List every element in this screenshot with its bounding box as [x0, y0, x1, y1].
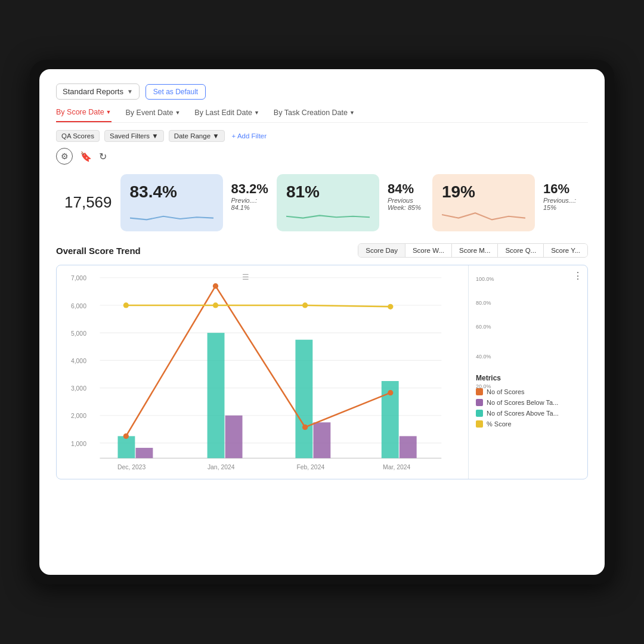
- standard-reports-dropdown[interactable]: Standard Reports ▼: [56, 83, 140, 100]
- stat-side-3: 16% Previous...: 15%: [535, 174, 588, 231]
- svg-rect-20: [136, 448, 153, 458]
- svg-rect-19: [117, 436, 135, 458]
- chart-right-panel: ⋮ 100.0% 80.0% 60.0% 40.0% 20.0% Metrics…: [468, 265, 587, 479]
- svg-point-32: [213, 302, 218, 308]
- stat-side2-val: 84%: [388, 181, 424, 197]
- mini-chart-3: [442, 206, 525, 223]
- mini-chart-1: [130, 206, 213, 223]
- legend-dot-orange: [476, 388, 483, 395]
- chart-tabs: Score Day Score W... Score M... Score Q.…: [358, 243, 588, 258]
- svg-point-33: [302, 302, 308, 308]
- svg-text:Feb, 2024: Feb, 2024: [296, 464, 324, 470]
- chart-header: Overall Score Trend Score Day Score W...…: [56, 243, 588, 258]
- svg-text:4,000: 4,000: [71, 358, 86, 364]
- stats-row: 17,569 83.4% 83.2% Previo...: 84.1% 81%: [56, 174, 588, 231]
- stat-prev1: Previo...: 84.1%: [231, 197, 268, 211]
- stat-card2-main: 81%: [286, 182, 370, 202]
- tab-by-task-creation-date[interactable]: By Task Creation Date ▼: [274, 108, 355, 122]
- outer-frame: Standard Reports ▼ Set as Default By Sco…: [30, 60, 614, 584]
- svg-rect-22: [225, 416, 243, 459]
- legend-no-of-scores-below: No of Scores Below Ta...: [476, 399, 583, 406]
- filter-qa-scores[interactable]: QA Scores: [56, 130, 100, 142]
- chart-tab-score-y[interactable]: Score Y...: [544, 244, 587, 257]
- filter-date-range[interactable]: Date Range ▼: [169, 130, 225, 142]
- stat-side3-val: 16%: [543, 181, 580, 197]
- chart-title: Overall Score Trend: [56, 246, 141, 256]
- chart-tab-score-day[interactable]: Score Day: [358, 244, 405, 257]
- stat-side1-val: 83.2%: [231, 181, 268, 197]
- svg-point-29: [302, 425, 308, 430]
- three-dots-button[interactable]: ⋮: [573, 270, 583, 281]
- filter-saved-filters[interactable]: Saved Filters ▼: [104, 130, 164, 142]
- tab-by-score-date[interactable]: By Score Date ▼: [56, 108, 112, 122]
- chart-left: ☰ 7,000 6,000 5,000 4,000 3,000 2,000 1,…: [57, 265, 468, 479]
- date-tabs-row: By Score Date ▼ By Event Date ▼ By Last …: [56, 108, 588, 123]
- svg-text:Jan, 2024: Jan, 2024: [208, 464, 235, 470]
- svg-point-31: [123, 302, 129, 308]
- top-bar: Standard Reports ▼ Set as Default: [56, 83, 588, 100]
- svg-point-28: [213, 283, 218, 289]
- mini-chart-2: [286, 206, 370, 223]
- svg-text:2,000: 2,000: [71, 413, 86, 419]
- dropdown-label: Standard Reports: [63, 87, 123, 96]
- stat-card-3: 19%: [432, 174, 535, 231]
- stat-count-block: 17,569: [56, 174, 120, 231]
- legend-pct-score: % Score: [476, 420, 583, 428]
- icon-row: ⚙ 🔖 ↻: [56, 148, 588, 165]
- stat-prev3: Previous...: 15%: [543, 197, 580, 211]
- svg-text:6,000: 6,000: [71, 303, 86, 309]
- stat-card1-main: 83.4%: [130, 182, 213, 202]
- settings-icon[interactable]: ⚙: [56, 148, 73, 165]
- main-card: Standard Reports ▼ Set as Default By Sco…: [39, 69, 605, 575]
- stat-card3-main: 19%: [442, 182, 525, 202]
- bookmark-icon[interactable]: 🔖: [80, 151, 92, 162]
- legend-dot-teal: [476, 410, 483, 417]
- dropdown-arrow: ▼: [127, 88, 133, 95]
- chart-svg: 7,000 6,000 5,000 4,000 3,000 2,000 1,00…: [57, 265, 468, 479]
- svg-text:7,000: 7,000: [71, 275, 86, 281]
- svg-point-34: [388, 304, 393, 309]
- svg-text:3,000: 3,000: [71, 385, 86, 392]
- stat-card-1: 83.4%: [120, 174, 223, 231]
- stat-count: 17,569: [64, 193, 112, 212]
- svg-rect-21: [208, 333, 225, 458]
- legend-dot-yellow: [476, 420, 483, 428]
- add-filter-button[interactable]: + Add Filter: [232, 132, 267, 140]
- svg-text:Dec, 2023: Dec, 2023: [117, 464, 146, 470]
- stat-side-1: 83.2% Previo...: 84.1%: [223, 174, 277, 231]
- filter-row: QA Scores Saved Filters ▼ Date Range ▼ +…: [56, 130, 588, 142]
- svg-text:Mar, 2024: Mar, 2024: [383, 464, 410, 470]
- legend-title: Metrics: [476, 374, 583, 382]
- refresh-icon[interactable]: ↻: [99, 151, 107, 162]
- svg-rect-23: [295, 340, 312, 459]
- svg-rect-26: [400, 436, 417, 458]
- chart-tab-score-q[interactable]: Score Q...: [498, 244, 544, 257]
- legend-dot-purple: [476, 399, 483, 406]
- chart-area: ☰ 7,000 6,000 5,000 4,000 3,000 2,000 1,…: [56, 265, 588, 479]
- tab-by-event-date[interactable]: By Event Date ▼: [126, 108, 181, 122]
- chart-tab-score-m[interactable]: Score M...: [452, 244, 498, 257]
- legend-no-of-scores-above: No of Scores Above Ta...: [476, 410, 583, 417]
- stat-side-2: 84% Previous Week: 85%: [379, 174, 432, 231]
- svg-point-30: [388, 390, 393, 395]
- stat-prev2: Previous Week: 85%: [388, 197, 424, 211]
- tab-by-last-edit-date[interactable]: By Last Edit Date ▼: [194, 108, 259, 122]
- legend-no-of-scores: No of Scores: [476, 388, 583, 395]
- set-default-button[interactable]: Set as Default: [145, 84, 206, 100]
- svg-point-27: [123, 434, 129, 439]
- svg-text:1,000: 1,000: [71, 441, 86, 447]
- svg-rect-24: [313, 422, 330, 458]
- chart-tab-score-w[interactable]: Score W...: [405, 244, 452, 257]
- stat-card-2: 81%: [277, 174, 379, 231]
- svg-text:5,000: 5,000: [71, 330, 86, 337]
